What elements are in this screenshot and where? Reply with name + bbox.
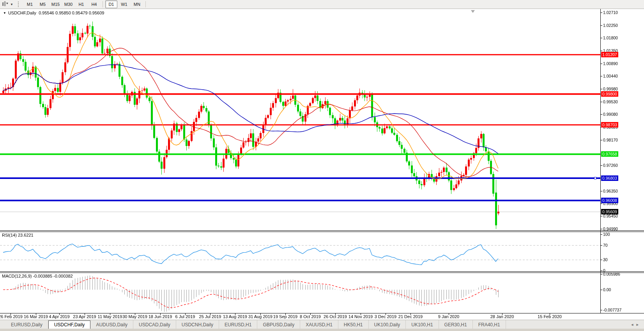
hline-price-label[interactable]: 0.97658 — [601, 151, 618, 157]
price-axis-tick: 1.01800 — [603, 35, 618, 40]
date-axis-label: 6 Jul 2019 — [175, 314, 195, 319]
chart-tab-usdcad-daily[interactable]: USDCAD,Daily — [133, 320, 176, 329]
hline-price-label[interactable]: 0.96008 — [601, 198, 618, 203]
timeframe-button-h1[interactable]: H1 — [75, 0, 87, 8]
hline-price-label[interactable]: 0.96803 — [601, 175, 618, 181]
tab-scroll-nav: ◂ ▸ — [630, 320, 644, 329]
rsi-axis-tick: 30 — [603, 257, 608, 262]
chart-tab-uk100-daily[interactable]: UK100,Daily — [369, 320, 406, 329]
chart-ohlc-values: 0.95546 0.95850 0.95479 0.95609 — [39, 11, 104, 15]
periodicity-dropdown[interactable]: ▼ — [2, 1, 15, 7]
timeframe-button-mn[interactable]: MN — [131, 0, 143, 8]
chart-tab-gbpusd-daily[interactable]: GBPUSD,Daily — [257, 320, 300, 329]
chart-canvas[interactable] — [0, 0, 644, 331]
chart-title: ▼USDCHF,Daily 0.95546 0.95850 0.95479 0.… — [3, 11, 104, 15]
chart-tab-ger30-h1[interactable]: GER30,H1 — [439, 320, 473, 329]
chart-tab-fra40-h1[interactable]: FRA40,H1 — [473, 320, 506, 329]
chart-tab-uk100-h1[interactable]: UK100,H1 — [406, 320, 439, 329]
toolbar-separator — [145, 1, 146, 7]
timeframe-button-m1[interactable]: M1 — [24, 0, 36, 8]
macd-axis-tick: 0.00 — [603, 287, 611, 292]
date-axis-label: 26 Oct 2019 — [324, 314, 347, 319]
timeframe-button-m15[interactable]: M15 — [50, 0, 62, 8]
trading-terminal-window: ▼USDCHF,Daily 0.95546 0.95850 0.95479 0.… — [0, 0, 644, 331]
price-axis-tick: 1.02250 — [603, 23, 618, 28]
chart-tab-xauusd-h1[interactable]: XAUUSD,H1 — [300, 320, 338, 329]
date-axis-label: 30 May 2019 — [122, 314, 147, 319]
rsi-axis-tick: 100 — [603, 232, 610, 237]
price-axis-tick: 0.95450 — [603, 214, 618, 218]
chart-tab-usdcnh-daily[interactable]: USDCNH,Daily — [176, 320, 219, 329]
price-axis-tick: 1.02710 — [603, 10, 618, 15]
timeframe-button-w1[interactable]: W1 — [118, 0, 130, 8]
rsi-value: 23.6221 — [18, 233, 34, 237]
chart-tab-audusd-daily[interactable]: AUDUSD,Daily — [90, 320, 133, 329]
macd-axis-tick: -0.007737 — [603, 308, 621, 312]
timeframe-button-m30[interactable]: M30 — [62, 0, 74, 8]
date-axis-label: 26 Feb 2019 — [0, 314, 23, 319]
date-axis-label: 28 Jan 2020 — [490, 314, 514, 319]
current-price-label: 0.95609 — [601, 209, 618, 214]
chart-tab-eurusd-h1[interactable]: EURUSD,H1 — [219, 320, 257, 329]
status-strip — [0, 329, 644, 331]
date-axis-label: 18 Jun 2019 — [149, 314, 172, 319]
date-axis-label: 21 Dec 2019 — [398, 314, 423, 319]
tab-scroll-right-icon[interactable]: ▸ — [635, 322, 640, 327]
date-axis-label: 13 Aug 2019 — [223, 314, 247, 319]
rsi-name: RSI(14) — [2, 233, 17, 237]
date-axis-label: 4 Apr 2019 — [49, 314, 69, 319]
price-axis-tick: 0.99530 — [603, 99, 618, 104]
date-axis-label: 9 Jan 2020 — [438, 314, 459, 319]
macd-axis-tick: 0.005986 — [603, 272, 620, 276]
date-axis-label: 31 Aug 2019 — [248, 314, 272, 319]
price-axis-tick: 0.99980 — [603, 87, 618, 91]
price-axis-tick: 0.94990 — [603, 227, 618, 231]
macd-indicator-label: MACD(12,26,9) -0.003885 -0.000382 — [2, 274, 73, 278]
price-axis-tick: 0.98170 — [603, 138, 618, 142]
chart-tab-bar: EURUSD,DailyUSDCHF,DailyAUDUSD,DailyUSDC… — [0, 320, 644, 329]
timeframe-button-d1[interactable]: D1 — [105, 0, 117, 8]
macd-values: -0.003885 -0.000382 — [33, 274, 73, 278]
date-axis-label: 11 May 2019 — [98, 314, 122, 319]
date-axis-label: 14 Nov 2019 — [349, 314, 373, 319]
hline-price-label[interactable]: 0.99800 — [601, 91, 618, 97]
date-axis-label: 19 Sep 2019 — [273, 314, 297, 319]
price-axis-tick: 0.99080 — [603, 112, 618, 117]
chart-shift-marker[interactable] — [471, 10, 475, 13]
price-axis-tick: 1.00440 — [603, 74, 618, 78]
timeframe-button-h4[interactable]: H4 — [88, 0, 100, 8]
toolbar-separator — [103, 1, 103, 7]
date-axis-label: 15 Feb 2020 — [538, 314, 562, 319]
date-axis-label: 25 Jul 2019 — [199, 314, 221, 319]
timeframe-button-m5[interactable]: M5 — [37, 0, 49, 8]
rsi-indicator-label: RSI(14) 23.6221 — [2, 233, 34, 237]
tab-scroll-left-icon[interactable]: ◂ — [630, 322, 635, 327]
timeframe-toolbar: ▼ M1M5M15M30H1H4D1W1MN — [0, 0, 644, 9]
chart-symbol-label: USDCHF,Daily — [8, 11, 36, 15]
date-axis-label: 16 Mar 2019 — [24, 314, 48, 319]
price-axis-tick: 0.96350 — [603, 189, 618, 193]
date-axis-label: 3 Dec 2019 — [375, 314, 396, 319]
hline-price-label[interactable]: 1.01207 — [601, 52, 618, 57]
chart-area: ▼USDCHF,Daily 0.95546 0.95850 0.95479 0.… — [0, 0, 644, 331]
price-axis-tick: 0.97260 — [603, 163, 618, 168]
macd-name: MACD(12,26,9) — [2, 274, 32, 278]
toolbar-grip-handle[interactable] — [18, 2, 21, 7]
price-axis-tick: 1.00890 — [603, 61, 618, 66]
chevron-down-icon: ▼ — [9, 2, 15, 7]
rsi-axis-tick: 70 — [603, 243, 608, 248]
chart-tab-usdchf-daily[interactable]: USDCHF,Daily — [48, 320, 91, 329]
date-axis-label: 23 Apr 2019 — [73, 314, 96, 319]
timeframes-icon — [2, 1, 9, 7]
collapse-triangle-icon[interactable]: ▼ — [3, 11, 6, 15]
date-axis-label: 8 Oct 2019 — [300, 314, 321, 319]
hline-price-label[interactable]: 0.98703 — [601, 122, 618, 127]
chart-tab-hk50-h1[interactable]: HK50,H1 — [338, 320, 369, 329]
chart-tab-eurusd-daily[interactable]: EURUSD,Daily — [5, 320, 48, 329]
